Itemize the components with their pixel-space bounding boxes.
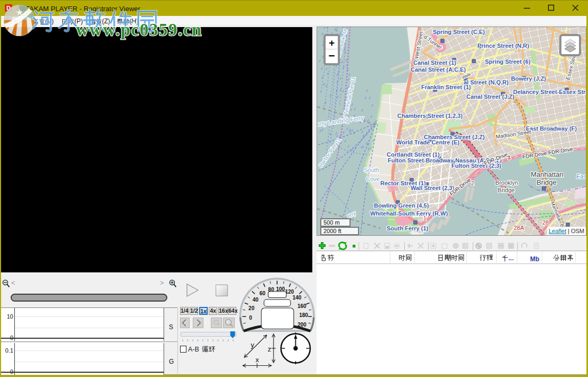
- svg-text:Bridge: Bridge: [498, 187, 515, 193]
- svg-text:0: 0: [249, 315, 252, 321]
- svg-text:1: 1: [423, 216, 427, 221]
- svg-text:Delancey Street-Essex Stree: Delancey Street-Essex Stree: [513, 89, 586, 95]
- svg-text:www.pc0359.cn: www.pc0359.cn: [76, 21, 202, 39]
- svg-text:Canal Street (A,C,E): Canal Street (A,C,E): [411, 66, 466, 73]
- svg-text:180: 180: [299, 312, 308, 318]
- svg-text:South: South: [364, 167, 379, 173]
- svg-text:Fulton Street (2,3): Fulton Street (2,3): [451, 162, 501, 169]
- svg-text:Whitehall-South Ferry (R,W): Whitehall-South Ferry (R,W): [370, 210, 448, 217]
- svg-text:Cove: Cove: [366, 176, 380, 182]
- svg-text:140: 140: [293, 295, 302, 301]
- svg-text:East: East: [576, 173, 586, 179]
- svg-text:160: 160: [297, 303, 306, 309]
- svg-text:Spring Street (C,E): Spring Street (C,E): [433, 29, 485, 35]
- svg-text:z: z: [268, 345, 271, 353]
- svg-text:60: 60: [259, 290, 266, 296]
- svg-text:40: 40: [253, 297, 259, 303]
- svg-text:Franklin Street (1): Franklin Street (1): [421, 84, 471, 90]
- svg-text:Spring Street (6): Spring Street (6): [485, 58, 531, 65]
- svg-text:Wall Street (2,3): Wall Street (2,3): [411, 185, 454, 191]
- svg-text:South Ferry (1): South Ferry (1): [387, 225, 429, 232]
- svg-text:20: 20: [249, 305, 255, 311]
- svg-text:2: 2: [471, 181, 474, 186]
- svg-text:East Broadway (F): East Broadway (F): [526, 125, 577, 132]
- svg-text:Bridge: Bridge: [536, 178, 557, 186]
- svg-text:Manhattan: Manhattan: [531, 170, 563, 178]
- svg-text:Bowery (J,Z): Bowery (J,Z): [511, 75, 546, 82]
- svg-text:Brooklyn: Brooklyn: [496, 179, 518, 186]
- svg-text:Bowling Green (4,5): Bowling Green (4,5): [374, 202, 429, 209]
- svg-text:Canal Street (1): Canal Street (1): [413, 59, 456, 66]
- svg-text:Prince Street (N,R): Prince Street (N,R): [478, 42, 530, 49]
- svg-text:28: 28: [542, 219, 549, 226]
- svg-text:World Trade Centre (E): World Trade Centre (E): [396, 139, 459, 145]
- svg-text:100: 100: [276, 286, 285, 292]
- svg-text:28A: 28A: [514, 225, 524, 231]
- svg-text:y: y: [251, 341, 254, 349]
- svg-text:200: 200: [297, 322, 306, 328]
- svg-text:Chambers Street (1,2,3): Chambers Street (1,2,3): [397, 113, 463, 119]
- svg-text:x: x: [255, 356, 259, 364]
- svg-text:Canal Street (J,Z): Canal Street (J,Z): [466, 93, 515, 100]
